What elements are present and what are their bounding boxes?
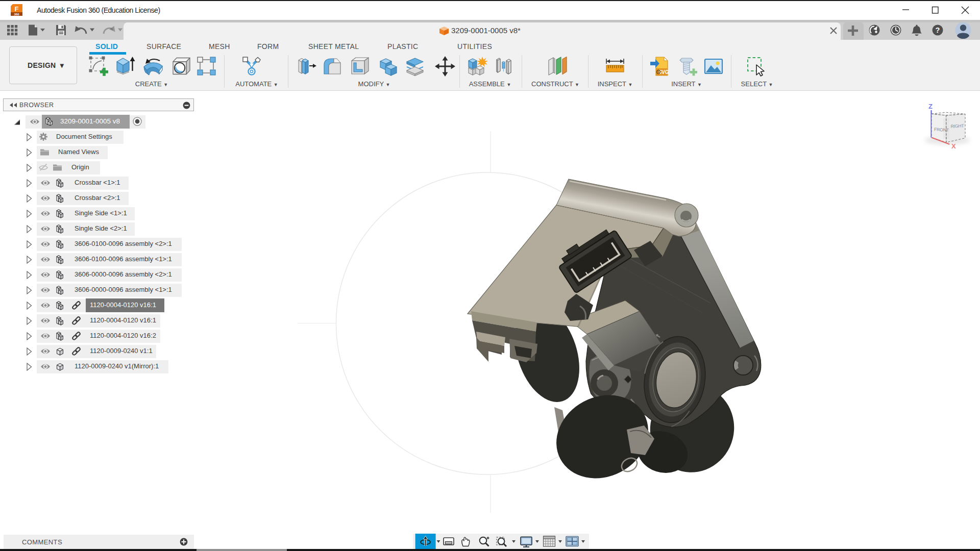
svg-text:F: F bbox=[15, 5, 19, 13]
svg-text:X: X bbox=[951, 142, 956, 150]
svg-text:360: 360 bbox=[14, 13, 19, 16]
svg-text:RIGHT: RIGHT bbox=[951, 123, 965, 129]
svg-text:?: ? bbox=[936, 26, 940, 34]
svg-text:Z: Z bbox=[928, 103, 933, 110]
svg-text:FRONT: FRONT bbox=[934, 127, 949, 133]
